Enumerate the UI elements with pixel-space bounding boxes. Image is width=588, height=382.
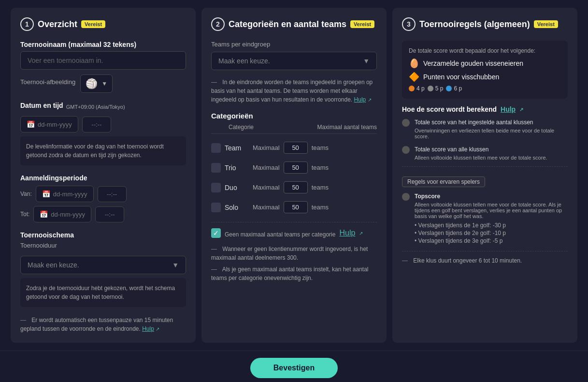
- no-max-label: Geen maximaal aantal teams per categorie: [225, 230, 335, 239]
- maximaal-label-solo: Maximaal: [253, 204, 280, 211]
- cat-name-trio: Trio: [225, 164, 249, 172]
- col-category: Categorie: [229, 124, 254, 131]
- categories-title: Categorieën: [211, 112, 377, 120]
- teams-per-group-value: Maak een keuze.: [218, 57, 270, 65]
- rule-sub-1: Overwinningen en verliezen tellen beide …: [415, 128, 568, 139]
- help-link-1[interactable]: Hulp: [142, 325, 154, 332]
- from-time-picker[interactable]: --:--: [98, 186, 127, 202]
- rule-circle-2: [402, 146, 410, 154]
- bullet-2: • Verslagen tijdens de 2e golf: -10 p: [415, 230, 568, 236]
- max-input-trio[interactable]: [284, 162, 308, 174]
- bottom-bar: Bevestigen: [0, 351, 588, 382]
- schedule-info-box: Zodra je de toernooiduur hebt gekozen, w…: [20, 278, 186, 307]
- score-item-scales: 🔶 Punten voor visschubben: [409, 72, 561, 82]
- how-score-title: Hoe de score wordt berekend Hulp ↗: [402, 105, 568, 113]
- chevron-down-icon: ▼: [101, 80, 107, 87]
- cat-name-solo: Solo: [225, 204, 249, 211]
- max-input-solo[interactable]: [284, 201, 308, 213]
- score-box: De totale score wordt bepaald door het v…: [402, 41, 568, 99]
- category-row-duo: Duo Maximaal teams: [211, 177, 377, 197]
- help-link-4[interactable]: Hulp: [501, 105, 516, 113]
- to-date-picker[interactable]: 📅 dd-mm-yyyy: [33, 206, 91, 222]
- topscore-title: Topscore: [415, 192, 568, 201]
- teams-label-solo: teams: [312, 204, 329, 211]
- from-time-value: --:--: [107, 191, 117, 198]
- level-info-text: De levelinformatie voor de dag van het t…: [26, 143, 164, 159]
- panel2-header: 2 Categorieën en aantal teams Vereist: [211, 17, 377, 31]
- cat-checkbox-trio[interactable]: [211, 163, 221, 173]
- no-max-checkbox[interactable]: ✓: [211, 228, 221, 238]
- max-input-team[interactable]: [284, 142, 308, 154]
- maximaal-label-trio: Maximaal: [253, 164, 280, 171]
- teams-per-group-label: Teams per eindgroep: [211, 41, 377, 48]
- image-label: Toernooi-afbeelding: [20, 78, 75, 86]
- tournament-name-input[interactable]: [20, 51, 186, 70]
- confirm-button[interactable]: Bevestigen: [250, 358, 338, 378]
- scales-icon: 🔶: [409, 72, 419, 82]
- teams-label-team: teams: [312, 144, 329, 151]
- panel3-badge: Vereist: [534, 20, 558, 28]
- registration-section: Aanmeldingsperiode Van: 📅 dd-mm-yyyy --:…: [20, 174, 186, 222]
- points-row: 4 p 5 p 6 p: [409, 85, 561, 92]
- calendar-icon: 📅: [27, 120, 35, 128]
- score-item-scales-label: Punten voor visschubben: [423, 73, 499, 81]
- date-picker[interactable]: 📅 dd-mm-yyyy: [20, 116, 78, 132]
- panel1-badge: Vereist: [81, 20, 105, 28]
- image-selector[interactable]: 🏐 ▼: [80, 74, 113, 93]
- date-value: dd-mm-yyyy: [38, 121, 72, 128]
- max-input-duo[interactable]: [284, 181, 308, 193]
- category-row-team: Team Maximaal teams: [211, 138, 377, 158]
- from-calendar-icon: 📅: [42, 190, 50, 198]
- cat-checkbox-duo[interactable]: [211, 183, 221, 192]
- maximaal-label-duo: Maximaal: [253, 184, 280, 191]
- rule-text-2: Totale score van alle klussen: [415, 145, 547, 154]
- teams-per-group-section: Teams per eindgroep Maak een keuze. ▼: [211, 41, 377, 70]
- rule-item-1: Totale score van het ingestelde aantal k…: [402, 118, 568, 139]
- score-item-eggs-label: Verzamelde gouden visseneieren: [423, 59, 523, 67]
- to-time-picker[interactable]: --:--: [95, 206, 124, 222]
- time-picker[interactable]: --:--: [82, 117, 111, 132]
- duration-dropdown[interactable]: Maak een keuze. ▼: [20, 256, 186, 274]
- cat-checkbox-solo[interactable]: [211, 203, 221, 212]
- panel1-header: 1 Overzicht Vereist: [20, 17, 186, 31]
- rule-sub-2: Alleen voltooide klussen tellen mee voor…: [415, 155, 547, 161]
- panel2-badge: Vereist: [350, 20, 374, 28]
- point-badge-orange: 4 p: [409, 85, 425, 92]
- experienced-tag: Regels voor ervaren spelers: [402, 176, 485, 187]
- teams-label-trio: teams: [312, 164, 329, 171]
- bullet-1: • Verslagen tijdens de 1e golf: -30 p: [415, 222, 568, 229]
- step2-circle: 2: [211, 17, 225, 31]
- cat-checkbox-team[interactable]: [211, 143, 221, 153]
- teams-info: — In de eindronde worden de teams ingede…: [211, 78, 377, 104]
- auto-break-note: — Er wordt automatisch een tussenpauze v…: [20, 316, 186, 333]
- schedule-section: Toernooischema Toernooiduur Maak een keu…: [20, 231, 186, 307]
- duration-note: — Elke klus duurt ongeveer 6 tot 10 minu…: [402, 256, 568, 265]
- panel3-header: 3 Toernooiregels (algemeen) Vereist: [402, 17, 568, 31]
- teams-per-group-dropdown[interactable]: Maak een keuze. ▼: [211, 52, 377, 70]
- image-emoji: 🏐: [86, 78, 98, 89]
- panel-overview: 1 Overzicht Vereist Toernooinaam (maxima…: [11, 8, 196, 343]
- topscore-bullets: • Verslagen tijdens de 1e golf: -30 p • …: [415, 222, 568, 244]
- step1-circle: 1: [20, 17, 34, 31]
- schedule-info-text: Zodra je de toernooiduur hebt gekozen, w…: [26, 285, 175, 300]
- time-value: --:--: [91, 121, 101, 128]
- help-link-2[interactable]: Hulp: [354, 96, 366, 103]
- topscore-desc: Alleen voltooide klussen tellen mee voor…: [415, 202, 568, 219]
- from-date-picker[interactable]: 📅 dd-mm-yyyy: [36, 186, 94, 202]
- topscore-item: Topscore Alleen voltooide klussen tellen…: [402, 192, 568, 245]
- category-row-solo: Solo Maximaal teams: [211, 197, 377, 217]
- note1: — Wanneer er geen licentienummer wordt i…: [211, 245, 377, 262]
- point-badge-blue: 6 p: [446, 85, 462, 92]
- rule-circle-1: [402, 119, 410, 127]
- registration-label: Aanmeldingsperiode: [20, 174, 186, 182]
- point-badge-grey: 5 p: [428, 85, 444, 92]
- schedule-label: Toernooischema: [20, 231, 186, 239]
- from-label: Van:: [20, 191, 32, 197]
- no-max-row: ✓ Geen maximaal aantal teams per categor…: [211, 227, 377, 239]
- dot-grey-icon: [428, 86, 433, 91]
- col-max-teams: Maximaal aantal teams: [317, 124, 377, 131]
- dot-blue-icon: [446, 86, 452, 91]
- panel-rules: 3 Toernooiregels (algemeen) Vereist De t…: [392, 8, 577, 343]
- help-link-3[interactable]: Hulp: [339, 229, 355, 237]
- from-date-value: dd-mm-yyyy: [53, 191, 87, 198]
